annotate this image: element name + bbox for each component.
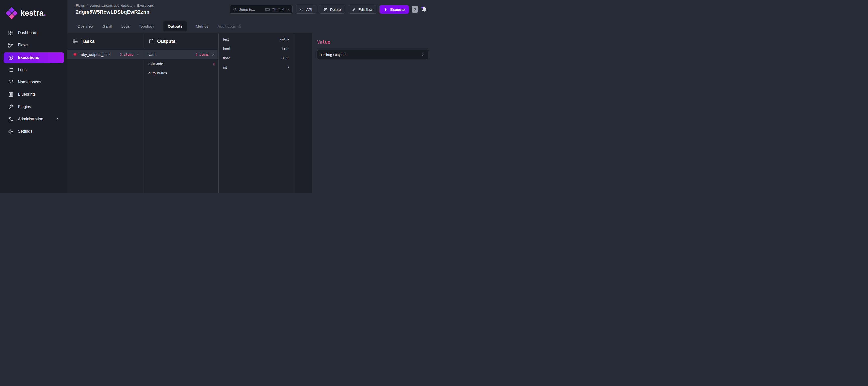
sidebar-item-administration[interactable]: Administration: [3, 114, 64, 124]
sidebar-item-plugins[interactable]: Plugins: [3, 101, 64, 112]
tab-metrics[interactable]: Metrics: [196, 24, 209, 29]
output-row-exitcode[interactable]: exitCode 0: [143, 59, 218, 68]
output-row-label: vars: [149, 52, 155, 57]
lightning-icon: [383, 7, 388, 11]
kv-row-test[interactable]: test value: [218, 35, 294, 44]
output-row-count-badge: 4 items: [195, 53, 209, 56]
main-area: Flows / company.team.ruby_outputs / Exec…: [67, 0, 434, 193]
kv-value: true: [282, 47, 289, 51]
output-row-label: exitCode: [149, 62, 163, 66]
sidebar-item-label: Settings: [18, 129, 32, 134]
outputs-list: vars 4 items exitCode 0 outputFiles: [143, 50, 218, 78]
value-panel: Value Debug Outputs: [312, 33, 434, 193]
tab-outputs[interactable]: Outputs: [163, 21, 187, 31]
tab-label: Outputs: [167, 24, 182, 29]
chevron-right-icon: [211, 53, 215, 56]
task-row-ruby-outputs-task[interactable]: ruby_outputs_task 3 items: [67, 50, 143, 59]
sidebar-item-blueprints[interactable]: Blueprints: [3, 89, 64, 100]
tab-overview[interactable]: Overview: [78, 24, 94, 29]
tab-gantt[interactable]: Gantt: [103, 24, 112, 29]
kestra-logo[interactable]: kestra.: [0, 6, 67, 20]
output-row-outputfiles[interactable]: outputFiles: [143, 68, 218, 78]
tab-label: Overview: [78, 24, 94, 29]
kv-value: 3.65: [282, 56, 289, 60]
tab-audit-logs[interactable]: Audit Logs: [217, 24, 242, 29]
tab-logs[interactable]: Logs: [121, 24, 130, 29]
ruby-icon: [73, 52, 77, 57]
kv-row-int[interactable]: int 2: [218, 63, 294, 72]
value-panel-title: Value: [317, 40, 429, 45]
executions-icon: [8, 55, 13, 61]
lock-icon: [238, 25, 242, 28]
pencil-icon: [352, 7, 356, 11]
kv-row-float[interactable]: float 3.65: [218, 53, 294, 63]
tab-label: Gantt: [103, 24, 112, 29]
page-title: 2dgm8W5RcwLDSbqEwR2znn: [76, 9, 154, 15]
jump-to-search[interactable]: Jump to... Ctrl/Cmd + K: [230, 5, 292, 13]
search-shortcut: Ctrl/Cmd + K: [265, 7, 289, 12]
search-placeholder: Jump to...: [239, 7, 263, 11]
flows-icon: [8, 42, 13, 48]
outputs-box-icon: [149, 39, 154, 44]
delete-button-label: Delete: [330, 7, 341, 11]
sidebar-item-namespaces[interactable]: Namespaces: [3, 77, 64, 87]
sidebar-item-logs[interactable]: Logs: [3, 65, 64, 75]
sidebar-item-label: Dashboard: [18, 31, 37, 35]
notifications-bell-icon[interactable]: [421, 6, 428, 12]
blueprints-icon: [8, 92, 13, 97]
help-button-label: ?: [414, 7, 416, 11]
namespaces-icon: [8, 80, 13, 85]
tasks-list-icon: [73, 39, 79, 44]
execute-button[interactable]: Execute: [379, 5, 409, 13]
app: kestra. Dashboard Flows Executions: [0, 0, 434, 193]
output-row-vars[interactable]: vars 4 items: [143, 50, 218, 59]
outputs-content: Tasks ruby_outputs_task 3 items: [67, 33, 434, 193]
settings-icon: [8, 129, 13, 135]
breadcrumb-executions[interactable]: Executions: [137, 3, 154, 7]
task-row-label: ruby_outputs_task: [80, 52, 111, 57]
help-button[interactable]: ?: [412, 6, 418, 12]
breadcrumb-flows[interactable]: Flows: [76, 3, 85, 7]
tab-label: Audit Logs: [217, 24, 236, 29]
title-block: Flows / company.team.ruby_outputs / Exec…: [76, 3, 154, 15]
plugins-icon: [8, 104, 13, 110]
header-actions: Jump to... Ctrl/Cmd + K API: [230, 5, 428, 13]
sidebar-item-label: Plugins: [18, 105, 31, 109]
sidebar-item-executions[interactable]: Executions: [3, 52, 64, 63]
sidebar-item-dashboard[interactable]: Dashboard: [3, 28, 64, 38]
kv-key: bool: [223, 47, 229, 51]
tasks-column-header: Tasks: [67, 33, 143, 50]
keyboard-icon: [265, 7, 270, 12]
sidebar-item-flows[interactable]: Flows: [3, 40, 64, 51]
sidebar-item-label: Flows: [18, 43, 28, 48]
delete-button[interactable]: Delete: [319, 5, 345, 13]
kv-row-bool[interactable]: bool true: [218, 44, 294, 53]
sidebar-item-label: Logs: [18, 68, 27, 72]
tab-topology[interactable]: Topology: [138, 24, 154, 29]
tab-label: Topology: [138, 24, 154, 29]
kestra-logo-icon: [6, 7, 17, 19]
task-row-count-badge: 3 items: [120, 53, 133, 56]
chevron-right-icon: [56, 117, 60, 121]
outputs-column: Outputs vars 4 items exitCode 0: [143, 33, 218, 193]
edit-flow-button-label: Edit flow: [359, 7, 373, 11]
breadcrumb-separator: /: [87, 3, 88, 7]
sidebar-item-label: Administration: [18, 117, 43, 121]
api-icon: [300, 7, 304, 11]
tab-label: Logs: [121, 24, 130, 29]
sidebar-item-settings[interactable]: Settings: [3, 126, 64, 137]
tab-bar: Overview Gantt Logs Topology Outputs Met…: [67, 20, 434, 33]
search-shortcut-label: Ctrl/Cmd + K: [272, 7, 289, 11]
edit-flow-button[interactable]: Edit flow: [348, 5, 377, 13]
output-row-value-badge: 0: [213, 62, 215, 66]
breadcrumb-namespace[interactable]: company.team.ruby_outputs: [90, 3, 132, 7]
tasks-column: Tasks ruby_outputs_task 3 items: [67, 33, 143, 193]
debug-outputs-button[interactable]: Debug Outputs: [317, 50, 429, 59]
vars-detail-column: test value bool true float 3.65 int 2: [218, 33, 294, 193]
execute-button-label: Execute: [390, 7, 405, 11]
api-button[interactable]: API: [296, 5, 316, 13]
kestra-logo-text: kestra.: [20, 8, 46, 18]
top-bar: Flows / company.team.ruby_outputs / Exec…: [67, 0, 434, 20]
breadcrumb-separator: /: [134, 3, 135, 7]
breadcrumb: Flows / company.team.ruby_outputs / Exec…: [76, 3, 154, 7]
